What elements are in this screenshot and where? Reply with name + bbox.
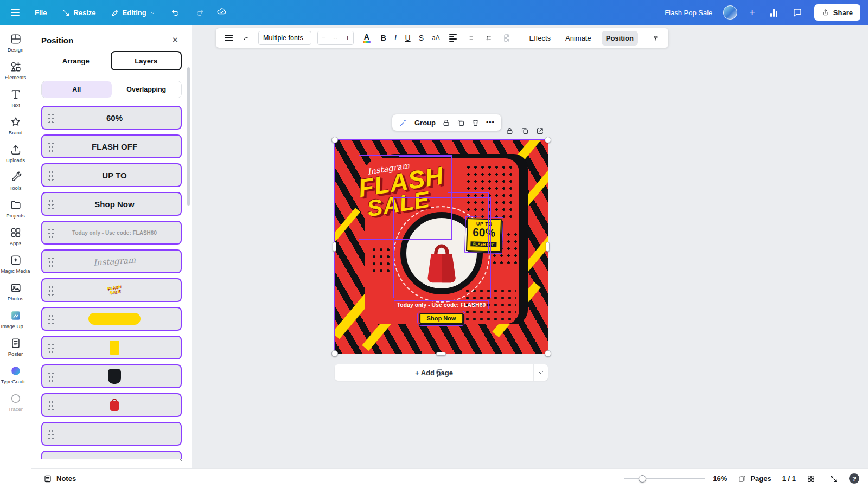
filter-overlapping[interactable]: Overlapping [112, 81, 182, 98]
lock-quick-button[interactable] [506, 127, 514, 135]
more-options-button[interactable]: ••• [486, 119, 495, 126]
drag-handle-icon[interactable] [48, 228, 54, 238]
add-page-button[interactable]: + Add page [335, 364, 533, 381]
panel-scrollbar[interactable] [187, 67, 190, 206]
file-menu-button[interactable]: File [31, 5, 50, 20]
zoom-slider[interactable] [624, 475, 705, 483]
text-align-button[interactable] [447, 32, 459, 44]
magic-edit-button[interactable] [399, 118, 408, 127]
strikethrough-button[interactable]: S [418, 34, 425, 42]
layer-item-yellow-pill[interactable] [41, 307, 182, 331]
share-button[interactable]: Share [814, 4, 860, 21]
grid-view-button[interactable] [803, 474, 819, 484]
canvas-area[interactable]: Multiple fonts − -- + A B I U S aA Effec… [192, 25, 868, 468]
font-size-value[interactable]: -- [329, 31, 342, 44]
drag-handle-icon[interactable] [48, 113, 54, 123]
resize-handle-bottom-left[interactable] [331, 350, 338, 357]
curve-text-icon[interactable] [240, 32, 252, 44]
drag-handle-icon[interactable] [48, 343, 54, 353]
sidebar-item-photos[interactable]: Photos [1, 278, 30, 305]
resize-button[interactable]: Resize [59, 5, 99, 20]
sidebar-item-typegradient[interactable]: TypeGradie... [1, 361, 30, 388]
sidebar-item-design[interactable]: Design [1, 29, 30, 56]
sidebar-item-image-upscaler[interactable]: Image Upsc... [1, 306, 30, 332]
transparency-button[interactable] [501, 32, 513, 44]
delete-button[interactable] [471, 119, 480, 127]
drag-handle-icon[interactable] [48, 400, 54, 410]
layer-item-up-to[interactable]: UP TO [41, 163, 182, 187]
panel-close-button[interactable]: ✕ [168, 35, 182, 46]
layer-item-flash-sale-sticker[interactable]: FLASH SALE [41, 278, 182, 302]
drag-handle-icon[interactable] [48, 170, 54, 181]
drag-handle-icon[interactable] [48, 429, 54, 439]
editing-mode-button[interactable]: Editing [108, 5, 159, 20]
group-label[interactable]: Group [414, 119, 436, 127]
sidebar-item-poster[interactable]: Poster [1, 333, 30, 360]
sidebar-item-elements[interactable]: Elements [1, 57, 30, 84]
resize-handle-right[interactable] [546, 242, 550, 252]
comments-button[interactable] [789, 4, 806, 21]
bold-button[interactable]: B [380, 34, 387, 42]
sidebar-item-projects[interactable]: Projects [1, 195, 30, 222]
document-title[interactable]: Flash Pop Sale [665, 9, 712, 17]
drag-handle-icon[interactable] [48, 314, 54, 324]
undo-button[interactable] [168, 5, 183, 21]
sidebar-item-magic-media[interactable]: Magic Media [1, 251, 30, 277]
add-member-button[interactable]: + [746, 7, 758, 18]
font-family-select[interactable]: Multiple fonts [258, 31, 311, 45]
sidebar-item-tracer[interactable]: Tracer [1, 389, 30, 415]
drag-handle-icon[interactable] [48, 371, 54, 382]
layer-item-promo-text[interactable]: Today only - Use code: FLASH60 [41, 221, 182, 245]
sidebar-item-text[interactable]: Text [1, 85, 30, 111]
insights-button[interactable] [767, 5, 781, 20]
layer-item-red-bag[interactable] [41, 393, 182, 417]
position-button[interactable]: Position [602, 31, 638, 46]
main-menu-button[interactable] [8, 4, 23, 21]
scroll-down-button[interactable] [175, 456, 188, 465]
sidebar-item-tools[interactable]: Tools [1, 168, 30, 194]
layer-item-60-percent[interactable]: 60% [41, 106, 182, 130]
animate-button[interactable]: Animate [561, 31, 596, 46]
layer-item-flash-off[interactable]: FLASH OFF [41, 134, 182, 158]
sidebar-item-brand[interactable]: Brand [1, 112, 30, 139]
list-button[interactable] [465, 32, 477, 44]
drag-handle-icon[interactable] [48, 285, 54, 296]
lock-button[interactable] [442, 119, 450, 127]
move-to-page-button[interactable] [536, 127, 544, 135]
resize-handle-bottom[interactable] [436, 352, 446, 356]
notes-button[interactable]: Notes [40, 474, 79, 484]
underline-button[interactable]: U [404, 34, 412, 42]
duplicate-quick-button[interactable] [521, 127, 529, 135]
help-button[interactable]: ? [849, 473, 859, 484]
text-color-button[interactable]: A [360, 33, 374, 43]
drag-handle-icon[interactable] [48, 142, 54, 152]
redo-button[interactable] [192, 5, 208, 21]
zoom-level[interactable]: 16% [713, 474, 727, 483]
layer-item-shop-now[interactable]: Shop Now [41, 192, 182, 216]
add-page-options-button[interactable] [533, 364, 548, 381]
discount-badge[interactable]: UP TO 60% FLASH OFF [466, 218, 502, 252]
text-case-button[interactable]: aA [431, 34, 441, 42]
layer-item-black-shape[interactable] [41, 364, 182, 388]
tab-arrange[interactable]: Arrange [41, 51, 111, 70]
layer-item-instagram[interactable]: Instagram [41, 249, 182, 273]
font-size-decrease-button[interactable]: − [318, 31, 329, 44]
design-page[interactable]: Instagram FLASH SALE UP TO 60% FLASH OFF… [335, 140, 548, 354]
font-size-increase-button[interactable]: + [342, 31, 353, 44]
shop-now-button[interactable]: Shop Now [419, 313, 464, 324]
italic-button[interactable]: I [393, 34, 398, 42]
sidebar-item-uploads[interactable]: Uploads [1, 140, 30, 166]
resize-handle-top-left[interactable] [331, 137, 338, 143]
drag-handle-icon[interactable] [48, 256, 54, 267]
drag-handle-icon[interactable] [48, 199, 54, 209]
avatar[interactable] [723, 5, 737, 20]
layer-item-empty[interactable] [41, 422, 182, 446]
filter-all[interactable]: All [42, 81, 112, 98]
sidebar-item-apps[interactable]: Apps [1, 223, 30, 249]
text-spacing-button[interactable] [483, 32, 495, 44]
resize-handle-top-right[interactable] [545, 137, 551, 143]
promo-text[interactable]: Today only - Use code: FLASH60 [394, 300, 489, 309]
copy-style-button[interactable] [650, 32, 662, 44]
duplicate-button[interactable] [457, 119, 465, 127]
resize-handle-left[interactable] [333, 242, 336, 252]
